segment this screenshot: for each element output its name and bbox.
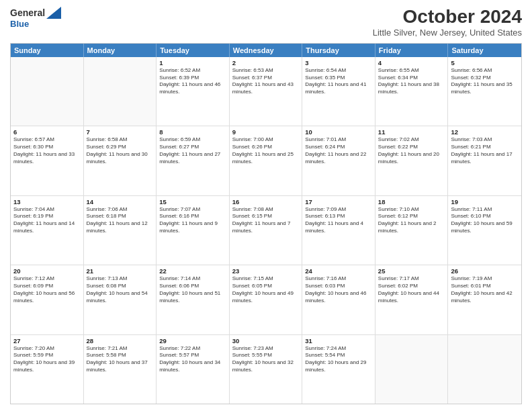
cell-info: Sunrise: 6:57 AM Sunset: 6:30 PM Dayligh…	[13, 136, 81, 165]
header-tuesday: Tuesday	[157, 44, 230, 57]
cell-info: Sunrise: 7:03 AM Sunset: 6:21 PM Dayligh…	[451, 136, 519, 165]
calendar-header: Sunday Monday Tuesday Wednesday Thursday…	[11, 44, 521, 57]
calendar-cell-r3-c5: 17Sunrise: 7:09 AM Sunset: 6:13 PM Dayli…	[302, 196, 375, 265]
day-number: 16	[232, 198, 300, 205]
cell-info: Sunrise: 7:01 AM Sunset: 6:24 PM Dayligh…	[305, 136, 372, 165]
cell-info: Sunrise: 7:23 AM Sunset: 5:55 PM Dayligh…	[232, 345, 300, 374]
day-number: 15	[159, 198, 226, 205]
day-number: 4	[378, 59, 445, 66]
calendar-cell-r4-c5: 24Sunrise: 7:16 AM Sunset: 6:03 PM Dayli…	[302, 265, 375, 334]
cell-info: Sunrise: 7:24 AM Sunset: 5:54 PM Dayligh…	[305, 345, 372, 374]
header-thursday: Thursday	[302, 44, 375, 57]
cell-info: Sunrise: 7:04 AM Sunset: 6:19 PM Dayligh…	[13, 206, 81, 235]
day-number: 17	[305, 198, 372, 205]
calendar-cell-r5-c5: 31Sunrise: 7:24 AM Sunset: 5:54 PM Dayli…	[302, 335, 375, 404]
calendar-cell-r4-c6: 25Sunrise: 7:17 AM Sunset: 6:02 PM Dayli…	[375, 265, 449, 334]
day-number: 25	[378, 267, 445, 275]
day-number: 27	[13, 337, 81, 345]
calendar-cell-r1-c6: 4Sunrise: 6:55 AM Sunset: 6:34 PM Daylig…	[375, 57, 449, 126]
header-friday: Friday	[375, 44, 449, 57]
cell-info: Sunrise: 7:13 AM Sunset: 6:08 PM Dayligh…	[87, 275, 154, 304]
calendar-row-5: 27Sunrise: 7:20 AM Sunset: 5:59 PM Dayli…	[11, 335, 521, 404]
calendar-cell-r4-c1: 20Sunrise: 7:12 AM Sunset: 6:09 PM Dayli…	[11, 265, 84, 334]
calendar-cell-r5-c2: 28Sunrise: 7:21 AM Sunset: 5:58 PM Dayli…	[84, 335, 157, 404]
calendar-cell-r4-c2: 21Sunrise: 7:13 AM Sunset: 6:08 PM Dayli…	[84, 265, 157, 334]
cell-info: Sunrise: 7:14 AM Sunset: 6:06 PM Dayligh…	[159, 275, 226, 304]
cell-info: Sunrise: 6:59 AM Sunset: 6:27 PM Dayligh…	[159, 136, 226, 165]
svg-marker-0	[46, 7, 61, 19]
calendar: Sunday Monday Tuesday Wednesday Thursday…	[10, 43, 522, 404]
calendar-cell-r5-c1: 27Sunrise: 7:20 AM Sunset: 5:59 PM Dayli…	[11, 335, 84, 404]
calendar-row-1: 1Sunrise: 6:52 AM Sunset: 6:39 PM Daylig…	[11, 57, 521, 126]
day-number: 5	[451, 59, 519, 66]
day-number: 12	[451, 128, 519, 136]
day-number: 20	[13, 267, 81, 275]
day-number: 18	[378, 198, 445, 205]
cell-info: Sunrise: 7:00 AM Sunset: 6:26 PM Dayligh…	[232, 136, 300, 165]
calendar-cell-r3-c1: 13Sunrise: 7:04 AM Sunset: 6:19 PM Dayli…	[11, 196, 84, 265]
cell-info: Sunrise: 7:02 AM Sunset: 6:22 PM Dayligh…	[378, 136, 445, 165]
header-monday: Monday	[84, 44, 157, 57]
cell-info: Sunrise: 6:55 AM Sunset: 6:34 PM Dayligh…	[378, 67, 445, 96]
day-number: 7	[87, 128, 154, 136]
month-title: October 2024	[373, 7, 522, 28]
calendar-cell-r4-c7: 26Sunrise: 7:19 AM Sunset: 6:01 PM Dayli…	[448, 265, 521, 334]
calendar-cell-r5-c6	[375, 335, 449, 404]
calendar-cell-r3-c2: 14Sunrise: 7:06 AM Sunset: 6:18 PM Dayli…	[84, 196, 157, 265]
header: General Blue October 2024 Little Silver,…	[10, 7, 522, 38]
calendar-cell-r2-c5: 10Sunrise: 7:01 AM Sunset: 6:24 PM Dayli…	[302, 126, 375, 195]
logo-blue: Blue	[10, 19, 61, 29]
calendar-cell-r1-c1	[11, 57, 84, 126]
day-number: 8	[159, 128, 226, 136]
location: Little Silver, New Jersey, United States	[373, 28, 522, 38]
calendar-cell-r4-c3: 22Sunrise: 7:14 AM Sunset: 6:06 PM Dayli…	[157, 265, 230, 334]
calendar-cell-r5-c4: 30Sunrise: 7:23 AM Sunset: 5:55 PM Dayli…	[230, 335, 303, 404]
day-number: 24	[305, 267, 372, 275]
calendar-body: 1Sunrise: 6:52 AM Sunset: 6:39 PM Daylig…	[11, 57, 521, 404]
calendar-cell-r2-c1: 6Sunrise: 6:57 AM Sunset: 6:30 PM Daylig…	[11, 126, 84, 195]
cell-info: Sunrise: 7:08 AM Sunset: 6:15 PM Dayligh…	[232, 206, 300, 235]
calendar-cell-r2-c4: 9Sunrise: 7:00 AM Sunset: 6:26 PM Daylig…	[230, 126, 303, 195]
calendar-cell-r2-c6: 11Sunrise: 7:02 AM Sunset: 6:22 PM Dayli…	[375, 126, 449, 195]
day-number: 10	[305, 128, 372, 136]
page: General Blue October 2024 Little Silver,…	[0, 0, 532, 411]
cell-info: Sunrise: 7:16 AM Sunset: 6:03 PM Dayligh…	[305, 275, 372, 304]
day-number: 13	[13, 198, 81, 205]
calendar-cell-r2-c3: 8Sunrise: 6:59 AM Sunset: 6:27 PM Daylig…	[157, 126, 230, 195]
calendar-cell-r1-c5: 3Sunrise: 6:54 AM Sunset: 6:35 PM Daylig…	[302, 57, 375, 126]
header-saturday: Saturday	[448, 44, 521, 57]
day-number: 26	[451, 267, 519, 275]
day-number: 3	[305, 59, 372, 66]
cell-info: Sunrise: 6:54 AM Sunset: 6:35 PM Dayligh…	[305, 67, 372, 96]
cell-info: Sunrise: 6:52 AM Sunset: 6:39 PM Dayligh…	[159, 67, 226, 96]
title-section: October 2024 Little Silver, New Jersey, …	[373, 7, 522, 38]
cell-info: Sunrise: 7:19 AM Sunset: 6:01 PM Dayligh…	[451, 275, 519, 304]
calendar-row-4: 20Sunrise: 7:12 AM Sunset: 6:09 PM Dayli…	[11, 265, 521, 334]
day-number: 2	[232, 59, 300, 66]
cell-info: Sunrise: 7:09 AM Sunset: 6:13 PM Dayligh…	[305, 206, 372, 235]
day-number: 11	[378, 128, 445, 136]
calendar-cell-r1-c4: 2Sunrise: 6:53 AM Sunset: 6:37 PM Daylig…	[230, 57, 303, 126]
day-number: 19	[451, 198, 519, 205]
day-number: 9	[232, 128, 300, 136]
cell-info: Sunrise: 7:10 AM Sunset: 6:12 PM Dayligh…	[378, 206, 445, 235]
day-number: 1	[159, 59, 226, 66]
cell-info: Sunrise: 7:07 AM Sunset: 6:16 PM Dayligh…	[159, 206, 226, 235]
calendar-cell-r1-c3: 1Sunrise: 6:52 AM Sunset: 6:39 PM Daylig…	[157, 57, 230, 126]
calendar-cell-r3-c4: 16Sunrise: 7:08 AM Sunset: 6:15 PM Dayli…	[230, 196, 303, 265]
cell-info: Sunrise: 6:53 AM Sunset: 6:37 PM Dayligh…	[232, 67, 300, 96]
calendar-cell-r3-c7: 19Sunrise: 7:11 AM Sunset: 6:10 PM Dayli…	[448, 196, 521, 265]
day-number: 6	[13, 128, 81, 136]
calendar-cell-r1-c7: 5Sunrise: 6:56 AM Sunset: 6:32 PM Daylig…	[448, 57, 521, 126]
header-wednesday: Wednesday	[230, 44, 303, 57]
cell-info: Sunrise: 6:56 AM Sunset: 6:32 PM Dayligh…	[451, 67, 519, 96]
day-number: 31	[305, 337, 372, 345]
logo-general: General	[10, 7, 45, 18]
calendar-cell-r5-c7	[448, 335, 521, 404]
calendar-cell-r1-c2	[84, 57, 157, 126]
calendar-cell-r3-c6: 18Sunrise: 7:10 AM Sunset: 6:12 PM Dayli…	[375, 196, 449, 265]
day-number: 21	[87, 267, 154, 275]
cell-info: Sunrise: 7:20 AM Sunset: 5:59 PM Dayligh…	[13, 345, 81, 374]
calendar-cell-r2-c2: 7Sunrise: 6:58 AM Sunset: 6:29 PM Daylig…	[84, 126, 157, 195]
day-number: 23	[232, 267, 300, 275]
